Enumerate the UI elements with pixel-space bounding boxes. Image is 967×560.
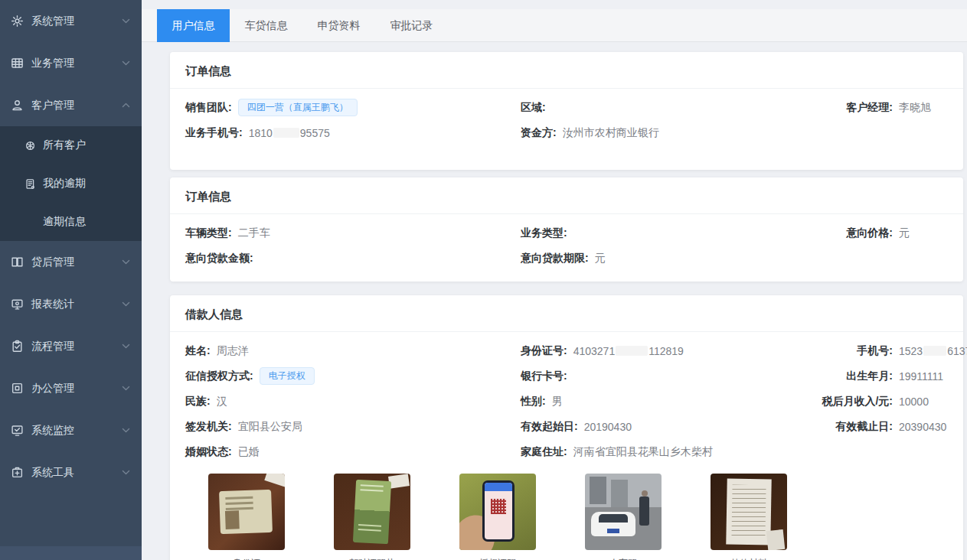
loan-intent-card: 订单信息 车辆类型: 二手车 业务类型: 意向价格: 元 意向贷款金额: 意向贷… <box>170 177 963 282</box>
field-value: 汝州市农村商业银行 <box>563 126 659 140</box>
field-value: 15236137 <box>899 345 967 357</box>
sidebar-item-system-mgmt[interactable]: 系统管理 <box>0 0 142 42</box>
field-value: 19911111 <box>899 370 943 383</box>
handwritten-doc-photo[interactable] <box>711 474 787 550</box>
field-label: 征信授权方式: <box>185 370 253 383</box>
sidebar-item-label: 客户管理 <box>31 99 121 112</box>
chevron-down-icon <box>121 467 131 477</box>
sidebar: 系统管理 业务管理 客户管理 所有客户 我的逾期 逾期信息 <box>0 0 142 560</box>
field-label: 手机号: <box>796 344 893 358</box>
chevron-down-icon <box>121 299 131 309</box>
field-region: 区域: <box>521 95 796 120</box>
sidebar-item-report-stats[interactable]: 报表统计 <box>0 283 142 325</box>
sidebar-item-label: 贷后管理 <box>31 256 121 269</box>
field-label: 资金方: <box>521 126 557 140</box>
gear-icon <box>11 15 24 28</box>
field-id-number: 身份证号: 4103271112819 <box>521 338 796 363</box>
id-card-photo[interactable] <box>208 474 285 550</box>
chevron-up-icon <box>121 100 131 110</box>
sidebar-item-label: 系统工具 <box>31 466 121 480</box>
monitor-icon <box>11 298 24 311</box>
field-credit-auth-method: 征信授权方式: 电子授权 <box>185 363 521 389</box>
field-label: 身份证号: <box>521 344 567 358</box>
card-title: 订单信息 <box>170 177 963 214</box>
field-business-type: 业务类型: <box>521 220 796 246</box>
sidebar-item-office-mgmt[interactable]: 办公管理 <box>0 367 142 409</box>
field-label: 有效截止日: <box>796 420 893 434</box>
field-label: 意向贷款期限: <box>521 252 589 265</box>
detail-tabbar: 用户信息 车贷信息 申贷资料 审批记录 <box>142 9 967 42</box>
sidebar-item-label: 所有客户 <box>43 138 142 152</box>
sidebar-item-postloan-mgmt[interactable]: 贷后管理 <box>0 241 142 283</box>
license-booklet-photo[interactable] <box>334 474 410 550</box>
field-label: 签发机关: <box>185 420 232 434</box>
sidebar-item-system-tools[interactable]: 系统工具 <box>0 451 142 493</box>
chevron-down-icon <box>121 383 131 393</box>
sidebar-item-system-monitor[interactable]: 系统监控 <box>0 409 142 451</box>
borrower-info-card: 借款人信息 姓名: 周志洋 身份证号: 4103271112819 手机号: 1… <box>170 295 963 560</box>
tab-user-info[interactable]: 用户信息 <box>157 9 230 42</box>
field-value: 周志洋 <box>217 344 249 358</box>
sidebar-item-customer-mgmt[interactable]: 客户管理 <box>0 84 142 126</box>
field-label: 性别: <box>521 395 546 409</box>
field-home-address: 家庭住址: 河南省宜阳县花果山乡木柴村 <box>521 439 796 464</box>
phone-qr-photo[interactable] <box>459 474 536 550</box>
redaction-blur <box>616 346 648 356</box>
chevron-down-icon <box>121 58 131 68</box>
sidebar-item-business-mgmt[interactable]: 业务管理 <box>0 42 142 84</box>
field-value: 20190430 <box>584 421 632 433</box>
tab-loan-application-docs[interactable]: 申贷资料 <box>302 9 375 42</box>
field-label: 有效起始日: <box>521 420 578 434</box>
field-value: 元 <box>899 226 910 240</box>
tab-approval-records[interactable]: 审批记录 <box>375 9 448 42</box>
sidebar-item-all-customers[interactable]: 所有客户 <box>0 126 142 164</box>
field-birth-date: 出生年月: 19911111 <box>796 363 948 389</box>
photo-caption: 授权证明 <box>459 557 536 560</box>
person-with-car-photo[interactable] <box>585 474 662 550</box>
card-title: 订单信息 <box>170 52 963 89</box>
field-issuing-authority: 签发机关: 宜阳县公安局 <box>185 414 521 439</box>
sales-team-tag[interactable]: 四团一营（直属王鹏飞） <box>238 99 358 116</box>
field-label: 姓名: <box>185 344 211 358</box>
sidebar-footer-strip <box>0 546 142 560</box>
sidebar-item-label: 系统监控 <box>31 424 121 438</box>
field-value: 李晓旭 <box>899 101 931 115</box>
field-label: 家庭住址: <box>521 445 567 459</box>
field-valid-to: 有效截止日: 20390430 <box>796 414 948 439</box>
sidebar-item-label: 业务管理 <box>31 57 121 70</box>
field-intent-loan-amount: 意向贷款金额: <box>185 246 521 271</box>
user-icon <box>11 99 24 112</box>
photo-caption: 人车照 <box>585 557 662 560</box>
sidebar-item-overdue-info[interactable]: 逾期信息 <box>0 203 142 241</box>
customer-mgmt-submenu: 所有客户 我的逾期 逾期信息 <box>0 126 142 241</box>
field-value: 10000 <box>899 396 929 408</box>
tab-car-loan-info[interactable]: 车贷信息 <box>230 9 302 42</box>
chevron-down-icon <box>121 257 131 267</box>
field-sales-team: 销售团队: 四团一营（直属王鹏飞） <box>185 95 521 120</box>
field-label: 客户经理: <box>796 101 893 115</box>
sidebar-item-process-mgmt[interactable]: 流程管理 <box>0 325 142 367</box>
field-value: 已婚 <box>238 445 260 459</box>
field-ethnicity: 民族: 汉 <box>185 389 521 414</box>
field-label: 意向价格: <box>796 226 893 240</box>
field-intent-loan-term: 意向贷款期限: 元 <box>521 246 796 271</box>
toolbox-icon <box>11 466 24 479</box>
field-value: 汉 <box>217 395 227 409</box>
field-label: 婚姻状态: <box>185 445 232 459</box>
photo-caption: 身份证 <box>208 557 285 560</box>
field-marital-status: 婚姻状态: 已婚 <box>185 439 521 464</box>
sidebar-item-my-overdue[interactable]: 我的逾期 <box>0 164 142 203</box>
photo-item: 其他材料 <box>711 474 787 560</box>
field-account-manager: 客户经理: 李晓旭 <box>796 95 948 120</box>
photo-caption: 驾驶证照片 <box>334 557 410 560</box>
field-value: 181095575 <box>249 127 330 139</box>
photo-item: 驾驶证照片 <box>334 474 410 560</box>
field-value: 河南省宜阳县花果山乡木柴村 <box>573 445 713 459</box>
field-label: 银行卡号: <box>521 370 567 383</box>
photo-item: 人车照 <box>585 474 662 560</box>
field-label: 业务手机号: <box>185 126 243 140</box>
order-info-card: 订单信息 销售团队: 四团一营（直属王鹏飞） 区域: 客户经理: 李晓旭 业务手… <box>170 52 963 170</box>
sidebar-item-label: 逾期信息 <box>43 215 142 229</box>
photo-caption: 其他材料 <box>711 557 787 560</box>
field-value: 4103271112819 <box>573 345 684 357</box>
